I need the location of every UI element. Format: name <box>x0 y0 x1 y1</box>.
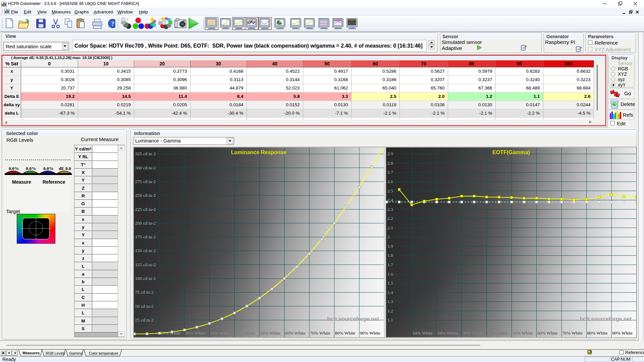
svg-text:?: ? <box>111 20 114 27</box>
